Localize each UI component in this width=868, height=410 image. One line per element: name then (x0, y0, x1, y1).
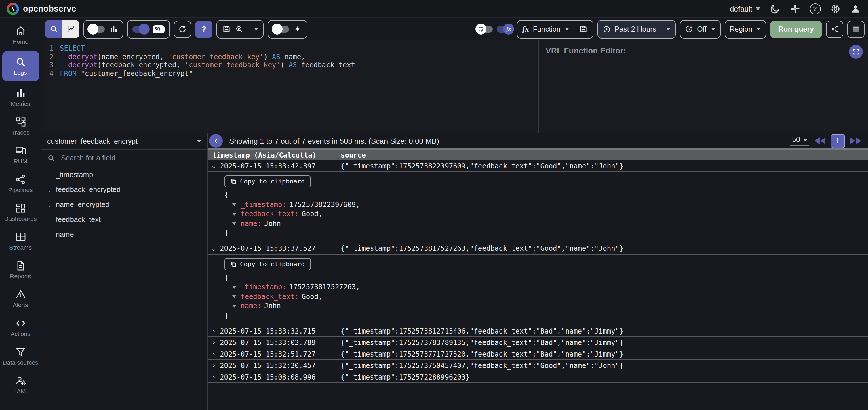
chevron-down-icon[interactable]: ⌄ (46, 186, 53, 193)
chevron-right-icon[interactable]: › (212, 373, 220, 381)
sidebar-item-streams[interactable]: Streams (2, 228, 39, 253)
chevron-down-icon[interactable] (232, 203, 237, 206)
time-range-group: Past 2 Hours (597, 20, 676, 38)
share-link-button[interactable] (826, 21, 843, 38)
json-field: feedback_text: Good, (224, 209, 868, 219)
vrl-function-editor[interactable]: VRL Function Editor: (538, 40, 868, 133)
dark-mode-moon-icon[interactable] (769, 3, 780, 14)
save-view-button[interactable] (217, 21, 249, 38)
chevron-down-icon[interactable] (232, 295, 237, 298)
log-row-3[interactable]: ›2025-07-15 15:33:32.715{"_timestamp":17… (208, 326, 868, 337)
histogram-toggle-group (84, 20, 123, 38)
sidebar-item-alerts[interactable]: Alerts (2, 286, 39, 311)
log-source: {"_timestamp":1752573783789135,"feedback… (341, 338, 868, 346)
home-icon (15, 25, 26, 37)
chevron-right-icon[interactable]: › (212, 350, 220, 358)
sidebar-item-logs[interactable]: Logs (2, 51, 39, 81)
dashboard-grid-icon (15, 202, 26, 214)
bar-chart-icon (15, 88, 26, 99)
refresh-query-button[interactable] (174, 21, 191, 38)
vrl-function-toggle[interactable]: fx (497, 26, 513, 33)
per-page-selector[interactable]: 50 (790, 136, 809, 146)
chevron-down-icon[interactable] (232, 286, 237, 289)
quick-mode-toggle[interactable] (273, 26, 289, 33)
field-item-feedback_text[interactable]: feedback_text (41, 212, 207, 227)
line-number: 1 (41, 44, 54, 53)
log-row-5[interactable]: ›2025-07-15 15:32:51.727{"_timestamp":17… (208, 348, 868, 360)
stream-selector[interactable]: customer_feedback_encrypt (41, 133, 207, 149)
sidebar-item-actions[interactable]: Actions (2, 314, 39, 340)
more-menu-button[interactable] (847, 21, 865, 38)
histogram-toggle[interactable] (89, 26, 105, 33)
line-number: 2 (41, 53, 54, 61)
sidebar-item-home[interactable]: Home (2, 23, 39, 48)
sidebar-item-rum[interactable]: RUM (2, 142, 39, 167)
chevron-down-icon[interactable]: ⌄ (46, 202, 53, 208)
sidebar-item-traces[interactable]: Traces (2, 113, 39, 139)
save-function-button[interactable] (574, 21, 593, 38)
copy-to-clipboard-button[interactable]: Copy to clipboard (224, 258, 311, 270)
first-page-button[interactable] (814, 137, 826, 144)
chevron-down-icon[interactable]: ⌄ (212, 162, 220, 170)
sidebar-item-metrics[interactable]: Metrics (2, 84, 39, 110)
chevron-down-icon[interactable]: ⌄ (212, 245, 220, 252)
collapse-fields-button[interactable] (209, 134, 223, 148)
field-label: feedback_encrypted (56, 186, 121, 194)
organization-selector[interactable]: default (730, 4, 761, 13)
field-search-input[interactable] (60, 153, 202, 163)
query-help-button[interactable]: ? (195, 21, 213, 38)
log-row-4[interactable]: ›2025-07-15 15:33:03.789{"_timestamp":17… (208, 337, 868, 348)
chevron-down-icon[interactable] (232, 213, 237, 216)
field-item-name[interactable]: name (41, 227, 207, 242)
current-page-button[interactable]: 1 (831, 134, 845, 148)
time-range-selector[interactable]: Past 2 Hours (598, 21, 661, 38)
histogram-view-button[interactable] (62, 20, 80, 38)
search-mode-button[interactable] (45, 20, 62, 38)
chevron-left-icon (212, 137, 220, 145)
sql-mode-toggle[interactable] (132, 26, 149, 33)
table-header: timestamp (Asia/Calcutta) source (208, 148, 868, 161)
log-row-7[interactable]: ›2025-07-15 15:08:08.996{"_timestamp":17… (208, 372, 868, 383)
sidebar-item-iam[interactable]: IAM (2, 372, 39, 397)
function-dropdown[interactable]: fx Function (518, 21, 574, 38)
saved-views-dropdown[interactable] (249, 21, 264, 38)
log-row-1[interactable]: ⌄2025-07-15 15:33:42.397{"_timestamp":17… (208, 161, 868, 172)
region-dropdown[interactable]: Region (725, 21, 766, 38)
sidebar-item-data-sources[interactable]: Data sources (2, 343, 39, 369)
json-field: name: John (224, 301, 868, 311)
field-item-_timestamp[interactable]: _timestamp (41, 167, 207, 182)
copy-button-label: Copy to clipboard (240, 178, 305, 185)
chevron-down-icon (254, 28, 259, 31)
log-row-6[interactable]: ›2025-07-15 15:32:30.457{"_timestamp":17… (208, 360, 868, 372)
copy-button-label: Copy to clipboard (240, 260, 305, 268)
chevron-right-icon[interactable]: › (212, 362, 220, 369)
time-range-dropdown[interactable] (661, 21, 675, 38)
chevron-down-icon[interactable] (232, 305, 237, 308)
slack-icon[interactable] (789, 3, 801, 14)
chevron-right-icon[interactable]: › (212, 339, 220, 346)
field-item-feedback_encrypted[interactable]: ⌄feedback_encrypted (41, 182, 207, 197)
help-icon[interactable]: ? (809, 3, 821, 14)
chevron-down-icon (197, 140, 202, 143)
user-profile-icon[interactable] (849, 3, 861, 14)
sidebar-item-pipelines[interactable]: Pipelines (2, 171, 39, 196)
sidebar-item-reports[interactable]: Reports (2, 257, 39, 282)
settings-gear-icon[interactable] (830, 3, 841, 14)
field-item-name_encrypted[interactable]: ⌄name_encrypted (41, 197, 207, 212)
expand-editor-button[interactable] (849, 45, 863, 59)
bar-chart-icon (109, 25, 118, 34)
share-icon (830, 25, 839, 34)
sidebar-item-dashboards[interactable]: Dashboards (2, 200, 39, 225)
last-page-button[interactable] (850, 137, 861, 144)
fields-panel: customer_feedback_encrypt _timestamp⌄fee… (41, 133, 208, 410)
run-query-button[interactable]: Run query (770, 21, 822, 38)
auto-refresh-selector[interactable]: Off (680, 21, 720, 38)
wrap-lines-toggle[interactable] (476, 26, 493, 33)
copy-to-clipboard-button[interactable]: Copy to clipboard (224, 175, 311, 187)
sql-query-editor[interactable]: 1SELECT2 decrypt(name_encrypted, 'custom… (41, 40, 538, 133)
per-page-value: 50 (792, 136, 800, 144)
chevron-down-icon (756, 28, 761, 31)
log-row-2[interactable]: ⌄2025-07-15 15:33:37.527{"_timestamp":17… (208, 243, 868, 254)
chevron-down-icon[interactable] (232, 222, 237, 225)
chevron-right-icon[interactable]: › (212, 327, 220, 335)
